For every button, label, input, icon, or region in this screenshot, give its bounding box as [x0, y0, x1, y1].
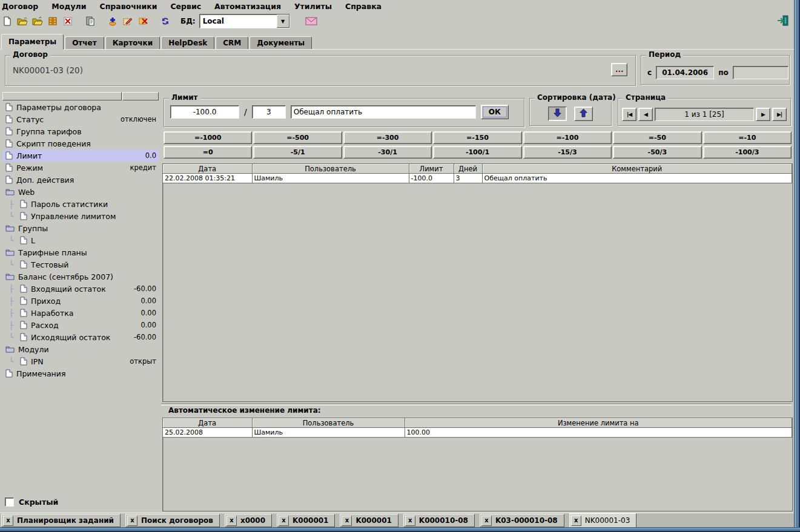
limit-amount-field[interactable]: [170, 105, 239, 119]
prev-page-button[interactable]: ◀: [638, 108, 653, 121]
tree-item[interactable]: ├Расход0.00: [2, 319, 159, 331]
sort-descending-button[interactable]: [548, 107, 567, 121]
menu-item[interactable]: Справочники: [99, 2, 157, 11]
preset-button[interactable]: =-100: [523, 131, 612, 144]
tree-item[interactable]: └Управление лимитом: [2, 210, 159, 222]
column-header[interactable]: Дней: [454, 164, 482, 174]
close-icon[interactable]: x: [571, 516, 581, 526]
copy-icon[interactable]: [84, 15, 97, 28]
preset-button[interactable]: =-150: [433, 131, 521, 144]
tree-item[interactable]: Доп. действия: [2, 174, 159, 186]
exit-icon[interactable]: [776, 14, 790, 27]
refresh-icon[interactable]: [159, 15, 172, 28]
main-tab[interactable]: Отчет: [65, 36, 104, 50]
close-icon[interactable]: x: [342, 516, 352, 526]
tree-item[interactable]: Группы: [2, 222, 159, 234]
preset-button[interactable]: -15/3: [523, 146, 612, 159]
taskbar-tab[interactable]: xK000010-08: [403, 514, 475, 527]
tree-item[interactable]: ├Пароль статистики: [2, 198, 159, 210]
close-icon[interactable]: x: [226, 516, 237, 526]
taskbar-tab[interactable]: xx0000: [225, 514, 272, 527]
tree-item[interactable]: └Исходящий остаток-60.00: [2, 331, 159, 343]
column-header[interactable]: Комментарий: [482, 164, 792, 174]
tree-item[interactable]: Web: [2, 186, 159, 198]
mail-icon[interactable]: [305, 15, 318, 28]
main-tab[interactable]: Документы: [250, 36, 312, 50]
column-header[interactable]: Пользователь: [252, 418, 405, 428]
taskbar-tab[interactable]: xK03-000010-08: [480, 514, 564, 527]
new-document-icon[interactable]: [1, 15, 14, 28]
period-from-field[interactable]: [656, 66, 714, 79]
menu-item[interactable]: Утилиты: [294, 2, 332, 11]
open-folder-icon[interactable]: [16, 15, 29, 28]
preset-button[interactable]: -100/1: [433, 146, 521, 159]
main-tab[interactable]: HelpDesk: [161, 36, 214, 50]
tree-item[interactable]: Режимкредит: [2, 162, 159, 174]
column-header[interactable]: Пользователь: [252, 164, 409, 174]
remove-icon[interactable]: [136, 15, 150, 28]
close-icon[interactable]: x: [481, 516, 492, 526]
menu-item[interactable]: Сервис: [170, 2, 201, 11]
limit-comment-field[interactable]: [291, 105, 476, 119]
preset-button[interactable]: =-1000: [164, 131, 252, 144]
sort-ascending-button[interactable]: [574, 107, 593, 121]
menu-item[interactable]: Автоматизация: [214, 2, 281, 11]
chevron-down-icon[interactable]: [277, 15, 289, 28]
taskbar-tab[interactable]: xK000001: [340, 514, 398, 527]
preset-button[interactable]: -30/1: [343, 146, 432, 159]
preset-button[interactable]: =0: [164, 146, 252, 159]
tree-item[interactable]: Баланс (сентябрь 2007): [2, 271, 159, 283]
preset-button[interactable]: =-50: [613, 131, 701, 144]
table-row[interactable]: 25.02.2008Шамиль100.00: [163, 428, 792, 438]
tree-item[interactable]: Статусотключен: [2, 113, 159, 125]
contract-browse-button[interactable]: ...: [611, 63, 627, 76]
main-tab[interactable]: CRM: [216, 36, 248, 50]
tree-item[interactable]: Лимит0.0: [2, 149, 159, 162]
tree-item[interactable]: ├Входящий остаток-60.00: [2, 283, 159, 295]
preset-button[interactable]: -5/1: [253, 146, 342, 159]
tree-item[interactable]: ├Наработка0.00: [2, 307, 159, 319]
limit-days-field[interactable]: [252, 105, 286, 119]
tree-item[interactable]: Модули: [2, 343, 159, 355]
tree-item[interactable]: └IPNоткрыт: [2, 355, 159, 367]
tree-item[interactable]: Тарифные планы: [2, 246, 159, 258]
menu-item[interactable]: Справка: [345, 2, 382, 11]
archive-icon[interactable]: [46, 15, 59, 28]
preset-button[interactable]: =-500: [253, 131, 342, 144]
taskbar-tab[interactable]: xПоиск договоров: [125, 514, 220, 527]
tree-item[interactable]: Примечания: [2, 367, 159, 379]
close-icon[interactable]: x: [405, 516, 415, 526]
column-header[interactable]: Лимит: [409, 164, 454, 174]
last-page-button[interactable]: ▶|: [772, 108, 787, 121]
close-icon[interactable]: x: [3, 516, 13, 526]
main-tab[interactable]: Параметры: [1, 34, 64, 50]
next-page-button[interactable]: ▶: [756, 108, 770, 121]
menu-item[interactable]: Модули: [51, 2, 86, 11]
menu-item[interactable]: Договор: [2, 2, 38, 11]
db-select[interactable]: Local: [199, 14, 290, 28]
tree-item[interactable]: └Тестовый: [2, 258, 159, 271]
first-page-button[interactable]: |◀: [622, 108, 636, 121]
preset-button[interactable]: =-300: [343, 131, 432, 144]
delete-icon[interactable]: [61, 15, 74, 28]
taskbar-tab[interactable]: xNK00001-03: [569, 513, 637, 528]
tree-item[interactable]: Группа тарифов: [2, 125, 159, 137]
add-user-icon[interactable]: [106, 15, 119, 28]
preset-button[interactable]: -100/3: [703, 146, 792, 159]
main-tab[interactable]: Карточки: [105, 36, 160, 50]
open-contract-icon[interactable]: [31, 15, 44, 28]
tree-item[interactable]: Параметры договора: [2, 101, 159, 113]
column-header[interactable]: Дата: [163, 164, 252, 174]
hidden-checkbox[interactable]: [5, 498, 14, 507]
taskbar-tab[interactable]: xK000001: [277, 514, 335, 527]
tree-item[interactable]: ├Приход0.00: [2, 295, 159, 307]
preset-button[interactable]: -50/3: [613, 146, 701, 159]
tree-item[interactable]: └L: [2, 234, 159, 246]
taskbar-tab[interactable]: xПланировщик заданий: [1, 514, 121, 527]
column-header[interactable]: Изменение лимита на: [405, 418, 792, 428]
table-row[interactable]: 22.02.2008 01:35:21Шамиль-100.03Обещал о…: [163, 174, 792, 183]
close-icon[interactable]: x: [279, 516, 289, 526]
preset-button[interactable]: =-10: [703, 131, 792, 144]
ok-button[interactable]: ОК: [481, 105, 509, 119]
tree-item[interactable]: Скрипт поведения: [2, 137, 159, 149]
